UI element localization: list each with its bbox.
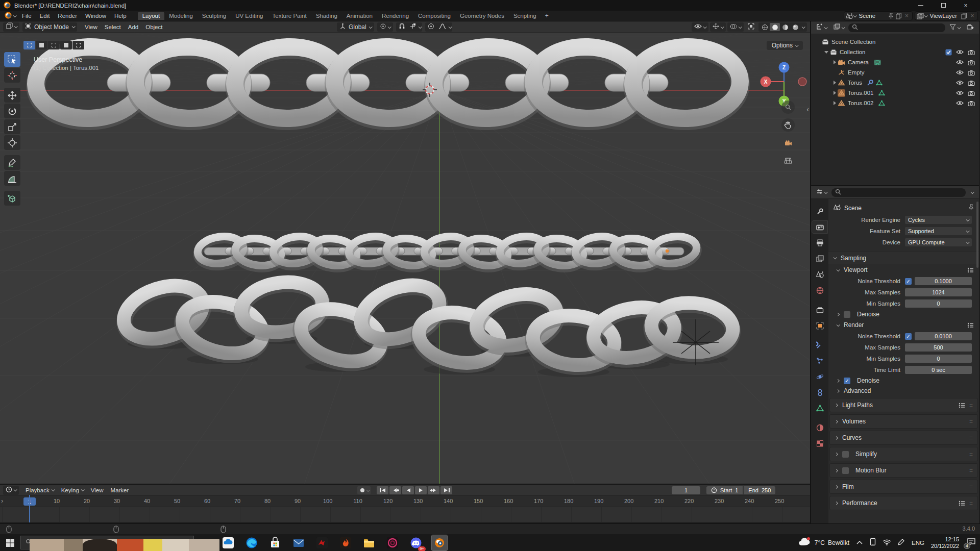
mode-dropdown[interactable]: Object Mode	[22, 22, 77, 32]
pan-button[interactable]	[781, 118, 795, 132]
transform-orientation-dropdown[interactable]: Global	[337, 22, 374, 32]
minimize-button[interactable]	[910, 0, 932, 11]
outliner-search[interactable]	[848, 23, 945, 32]
viewport-menu-view[interactable]: View	[81, 24, 101, 30]
disclosure-right[interactable]	[831, 91, 838, 95]
tab-compositing[interactable]: Compositing	[413, 12, 455, 20]
pin-icon[interactable]	[968, 204, 974, 212]
properties-tab-constraints[interactable]	[812, 386, 827, 398]
object-name[interactable]: Empty	[848, 69, 865, 76]
outliner-row-empty[interactable]: Empty	[811, 67, 979, 78]
playhead[interactable]	[29, 495, 30, 522]
copy-icon[interactable]	[960, 13, 968, 19]
toggle-denoise[interactable]: ✓Denoise	[828, 375, 979, 386]
properties-tab-material[interactable]	[812, 421, 827, 434]
properties-tab-particles[interactable]	[812, 355, 827, 367]
menu-render[interactable]: Render	[54, 11, 81, 21]
properties-tab-world[interactable]	[812, 284, 827, 296]
viewport-menu-object[interactable]: Object	[142, 24, 166, 30]
disable-render-toggle[interactable]	[968, 80, 975, 86]
outliner-row-collection[interactable]: Collection	[811, 47, 979, 57]
dropdown-device[interactable]: GPU Compute	[905, 238, 972, 246]
toggle-denoise[interactable]: Denoise	[828, 309, 979, 319]
tab-rendering[interactable]: Rendering	[377, 12, 413, 20]
shading-solid-button[interactable]	[770, 23, 780, 31]
tool-cursor[interactable]	[4, 68, 20, 83]
select-mode-4[interactable]	[72, 41, 84, 49]
tab-animation[interactable]: Animation	[342, 12, 377, 20]
taskbar-app-onedrive[interactable]	[220, 535, 236, 550]
preset-menu-icon[interactable]	[959, 403, 965, 408]
panel-film[interactable]: Film::::	[829, 480, 978, 494]
new-collection-button[interactable]	[964, 23, 976, 32]
jump-end-button[interactable]	[440, 486, 452, 494]
panel-curves[interactable]: Curves::::	[829, 431, 978, 445]
maximize-button[interactable]	[932, 0, 954, 11]
tool-measure[interactable]	[4, 171, 20, 186]
subpanel-viewport[interactable]: Viewport	[828, 264, 979, 276]
object-name[interactable]: Torus	[848, 80, 862, 86]
sidebar-collapse-arrow[interactable]: ‹	[806, 105, 809, 113]
tab-shading[interactable]: Shading	[311, 12, 342, 20]
start-button[interactable]	[0, 534, 20, 551]
clock[interactable]: 12:15 20/12/2022	[931, 536, 959, 549]
object-name[interactable]: Torus.001	[848, 90, 874, 96]
options-button[interactable]: Options	[767, 41, 803, 50]
3d-viewport[interactable]: Object Mode ViewSelectAddObject Global	[0, 21, 810, 485]
notification-center-button[interactable]: 4	[966, 537, 977, 548]
disclosure-right[interactable]	[831, 81, 838, 85]
picture-in-picture-video[interactable]	[30, 539, 219, 551]
view-layer-name[interactable]: ViewLayer	[927, 13, 961, 19]
collapsed-advanced[interactable]: Advanced	[828, 386, 979, 396]
disable-render-toggle[interactable]	[968, 90, 975, 96]
timeline-track[interactable]	[0, 507, 810, 522]
snap-to-dropdown[interactable]	[408, 23, 418, 31]
panel-motion-blur[interactable]: Motion Blur::::	[829, 463, 978, 478]
start-frame-field[interactable]: Start1	[706, 486, 743, 494]
snap-toggle[interactable]	[397, 23, 407, 31]
tab-texture-paint[interactable]: Texture Paint	[268, 12, 311, 20]
drag-handle[interactable]: ::::	[969, 500, 972, 506]
hide-viewport-toggle[interactable]	[956, 90, 964, 95]
drag-handle[interactable]: ::::	[969, 452, 972, 457]
checkbox[interactable]	[844, 311, 850, 318]
panel-volumes[interactable]: Volumes::::	[829, 414, 978, 429]
disclosure-right[interactable]	[831, 60, 838, 64]
properties-tab-data[interactable]	[812, 402, 827, 414]
add-workspace-button[interactable]: +	[541, 12, 553, 19]
tab-sculpting[interactable]: Sculpting	[198, 12, 231, 20]
scrollbar[interactable]	[976, 202, 978, 268]
drag-handle[interactable]: ::::	[969, 419, 972, 424]
drag-handle[interactable]: ::::	[969, 468, 972, 473]
pin-icon[interactable]	[887, 13, 895, 19]
checkbox[interactable]: ✓	[844, 378, 850, 384]
menu-edit[interactable]: Edit	[36, 11, 54, 21]
panel-simplify[interactable]: Simplify::::	[829, 447, 978, 461]
shading-wireframe-button[interactable]	[760, 23, 770, 31]
pivot-point-dropdown[interactable]	[377, 22, 393, 32]
timeline-ruler[interactable]: 1102030405060708090100110120130140150160…	[0, 496, 810, 507]
record-button[interactable]	[357, 486, 371, 494]
tab-layout[interactable]: Layout	[138, 12, 165, 20]
outliner[interactable]: Scene CollectionCollectionCameraEmptyTor…	[811, 21, 979, 186]
timeline-menu-view[interactable]: View	[87, 487, 107, 493]
field-max-samples[interactable]: 1024	[905, 288, 972, 296]
shading-rendered-button[interactable]	[790, 23, 800, 31]
outliner-row-torus-001[interactable]: Torus.001	[811, 88, 979, 98]
dropdown-render-engine[interactable]: Cycles	[905, 216, 972, 224]
editor-type-button[interactable]	[814, 188, 829, 197]
properties-tab-render[interactable]	[812, 221, 827, 233]
tab-geometry-nodes[interactable]: Geometry Nodes	[455, 12, 509, 20]
preset-menu-icon[interactable]	[967, 267, 974, 273]
zoom-button[interactable]	[781, 101, 795, 114]
overlays-dropdown[interactable]	[727, 22, 744, 32]
hidden-icons-button[interactable]	[856, 539, 863, 546]
scene-selector[interactable]: Scene ×	[844, 11, 913, 20]
disable-render-toggle[interactable]	[968, 70, 975, 76]
field-min-samples[interactable]: 0	[905, 355, 972, 363]
drag-handle[interactable]: ::::	[969, 435, 972, 440]
next-keyframe-button[interactable]	[428, 486, 439, 494]
properties-tab-output[interactable]	[812, 237, 827, 249]
view-layer-selector[interactable]: ViewLayer ×	[915, 11, 978, 20]
taskbar-app-edge[interactable]	[244, 535, 259, 550]
